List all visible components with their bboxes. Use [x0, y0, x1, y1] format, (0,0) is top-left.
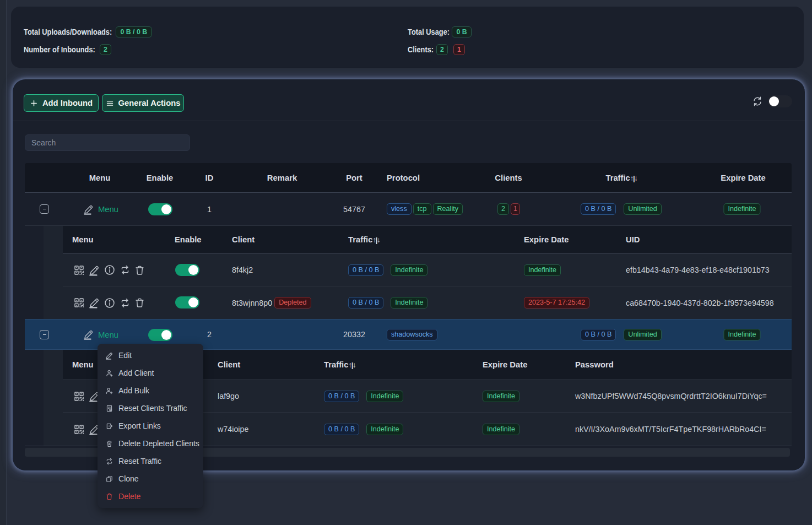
- edit-icon: [105, 351, 113, 360]
- inbound-context-menu: Edit Add Client Add Bulk Reset Clients T…: [98, 344, 203, 508]
- traffic-total-badge: Unlimited: [624, 329, 662, 340]
- inbounds-page: Total Uploads/Downloads: 0 B / 0 B Numbe…: [0, 0, 812, 525]
- general-actions-button[interactable]: General Actions: [102, 94, 184, 112]
- menu-item-reset-clients-traffic[interactable]: Reset Clients Traffic: [98, 399, 203, 417]
- cell-traffic: 0 B / 0 B Indefinite: [348, 254, 427, 286]
- cell-traffic: 0 B / 0 B Indefinite: [324, 413, 403, 446]
- inbounds-table-header: Menu Enable ID Remark Port Protocol Clie…: [25, 163, 792, 193]
- col-traffic[interactable]: Traffic↑|↓: [324, 350, 355, 380]
- stat-clients-depleted-badge: 1: [453, 44, 465, 55]
- enable-toggle[interactable]: [148, 329, 172, 341]
- qrcode-icon[interactable]: [73, 297, 85, 308]
- client-enable-toggle[interactable]: [175, 296, 199, 308]
- general-actions-label: General Actions: [118, 99, 181, 107]
- menu-label: Menu: [98, 204, 118, 214]
- qrcode-icon[interactable]: [73, 264, 85, 276]
- menu-item-label: Add Bulk: [118, 386, 149, 395]
- traffic-badge: 0 B / 0 B: [581, 329, 616, 340]
- depleted-badge: Depleted: [274, 297, 311, 308]
- col-client: Client: [218, 350, 240, 380]
- menu-item-clone[interactable]: Clone: [98, 470, 203, 488]
- menu-item-reset-traffic[interactable]: Reset Traffic: [98, 452, 203, 470]
- traffic-label: Traffic: [348, 235, 372, 244]
- qrcode-icon[interactable]: [73, 391, 85, 402]
- traffic-total-badge: Indefinite: [391, 264, 427, 276]
- reset-traffic-icon[interactable]: [120, 297, 131, 308]
- expire-badge: Indefinite: [483, 424, 519, 435]
- cell-password: w3NfbzUPf5WWd745Q8pvsmQrdrttT2IO6knuI7Di…: [575, 380, 767, 412]
- clients-active-badge: 2: [497, 203, 509, 215]
- cell-uid: efb14b43-4a79-4e83-ef18-e48cf1901b73: [626, 254, 770, 286]
- sort-arrows-icon: ↑|↓: [348, 361, 355, 369]
- expire-badge: Indefinite: [483, 391, 519, 402]
- clients-depleted-badge: 1: [511, 203, 520, 215]
- stat-value-badge: 0 B: [452, 26, 472, 37]
- rest-trash-icon: [105, 440, 113, 448]
- expire-badge: 2023-5-7 17:25:42: [524, 297, 589, 308]
- sort-arrows-icon: ↑|↓: [372, 236, 380, 244]
- edit-pencil-icon: [83, 204, 94, 215]
- clients-table-1-header: Menu Enable Client Traffic↑|↓ Expire Dat…: [63, 226, 792, 254]
- client-enable-toggle[interactable]: [175, 264, 199, 276]
- qrcode-icon[interactable]: [73, 424, 85, 435]
- refresh-icon[interactable]: [752, 96, 763, 107]
- col-menu: Menu: [72, 350, 94, 380]
- expire-badge: Indefinite: [723, 329, 760, 340]
- collapse-row-button[interactable]: [40, 330, 49, 339]
- cell-traffic: 0 B / 0 B Unlimited: [581, 193, 662, 225]
- cell-client: laf9go: [218, 380, 239, 412]
- edit-client-icon[interactable]: [89, 297, 100, 308]
- menu-item-add-bulk[interactable]: Add Bulk: [98, 382, 203, 399]
- toggle-knob: [188, 265, 198, 275]
- col-protocol: Protocol: [387, 163, 420, 193]
- info-icon[interactable]: [104, 297, 116, 309]
- info-icon[interactable]: [104, 264, 116, 276]
- cell-uid: ca68470b-1940-437d-802b-1f9573e94598: [626, 286, 774, 319]
- col-id: ID: [205, 163, 214, 193]
- traffic-badge: 0 B / 0 B: [348, 297, 383, 308]
- delete-client-icon[interactable]: [134, 297, 145, 308]
- col-traffic[interactable]: Traffic↑|↓: [605, 163, 637, 193]
- traffic-badge: 0 B / 0 B: [324, 424, 359, 435]
- cell-expire: Indefinite: [483, 413, 519, 446]
- traffic-badge: 0 B / 0 B: [581, 203, 616, 215]
- menu-item-edit[interactable]: Edit: [98, 347, 203, 364]
- add-inbound-button[interactable]: Add Inbound: [24, 94, 99, 112]
- menu-item-delete-depleted-clients[interactable]: Delete Depleted Clients: [98, 435, 203, 452]
- cell-password: nkV/I/3XoAm9v6xMT/T5IcrF4TpeTKF98rHARbRo…: [575, 413, 766, 446]
- cell-client: w74ioipe: [218, 413, 248, 446]
- user-icon: [105, 369, 113, 377]
- cell-clients: 2 1: [497, 193, 520, 225]
- row-menu-button[interactable]: Menu: [83, 204, 118, 215]
- col-remark: Remark: [267, 163, 297, 193]
- row-menu-button[interactable]: Menu: [83, 329, 118, 340]
- menu-item-label: Reset Traffic: [118, 457, 161, 466]
- edit-client-icon[interactable]: [89, 264, 100, 276]
- protocol-tag: vless: [387, 203, 412, 215]
- menu-item-add-client[interactable]: Add Client: [98, 364, 203, 382]
- menu-item-label: Delete: [118, 492, 140, 501]
- collapse-row-button[interactable]: [40, 204, 49, 214]
- stat-value-badge: 2: [100, 44, 111, 55]
- cell-client: 8f4kj2: [232, 254, 253, 286]
- delete-icon: [105, 492, 113, 501]
- dark-mode-toggle[interactable]: [768, 95, 792, 107]
- col-clients: Clients: [495, 163, 522, 193]
- stat-value-badge: 0 B / 0 B: [116, 26, 152, 37]
- reset-traffic-icon[interactable]: [120, 264, 131, 275]
- menu-item-export-links[interactable]: Export Links: [98, 417, 203, 435]
- search-input[interactable]: [25, 134, 190, 151]
- edit-pencil-icon: [83, 329, 94, 340]
- cell-expire: Indefinite: [723, 320, 760, 349]
- col-expire-date: Expire Date: [721, 163, 765, 193]
- delete-client-icon[interactable]: [134, 264, 145, 276]
- enable-toggle[interactable]: [148, 203, 172, 215]
- inbound-row-1: Menu 1 54767 vless tcp Reality 2 1 0 B /…: [25, 193, 792, 226]
- stat-label: Clients:: [408, 45, 434, 54]
- cell-port: 54767: [343, 193, 365, 225]
- sort-arrows-icon: ↑|↓: [630, 174, 637, 182]
- col-traffic[interactable]: Traffic↑|↓: [348, 226, 380, 253]
- protocol-tag: shadowsocks: [387, 329, 437, 340]
- menu-item-delete[interactable]: Delete: [98, 488, 203, 505]
- client-row-8f4kj2: 8f4kj2 0 B / 0 B Indefinite Indefinite e…: [63, 254, 792, 286]
